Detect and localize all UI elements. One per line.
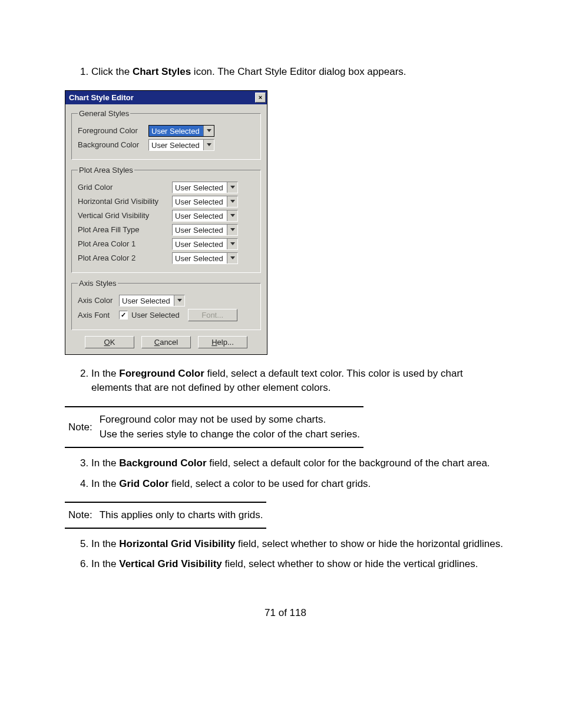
dialog-title: Chart Style Editor bbox=[69, 93, 134, 102]
note-line-2: Use the series style to change the color… bbox=[100, 427, 360, 442]
text: K bbox=[110, 338, 115, 347]
bold-text: Foreground Color bbox=[119, 368, 204, 379]
dialog-button-row: OK Cancel Help... bbox=[71, 336, 261, 348]
bold-text: Chart Styles bbox=[133, 66, 191, 77]
note-label: Note: bbox=[65, 407, 96, 447]
chevron-down-icon[interactable] bbox=[203, 126, 214, 136]
step-6: In the Vertical Grid Visibility field, s… bbox=[91, 557, 506, 572]
step-2: In the Foreground Color field, select a … bbox=[91, 367, 506, 396]
axis-color-label: Axis Color bbox=[78, 296, 119, 305]
chevron-down-icon[interactable] bbox=[203, 140, 214, 150]
plot-area-color-2-label: Plot Area Color 2 bbox=[78, 253, 172, 262]
close-icon[interactable]: × bbox=[255, 93, 266, 103]
horizontal-grid-visibility-combo[interactable]: User Selected bbox=[172, 196, 238, 207]
chevron-down-icon[interactable] bbox=[227, 225, 237, 235]
note-text: This applies only to charts with grids. bbox=[96, 502, 267, 528]
axis-styles-group: Axis Styles Axis Color User Selected Axi… bbox=[71, 279, 261, 330]
text: In the bbox=[91, 538, 119, 549]
combo-value: User Selected bbox=[149, 126, 203, 136]
chevron-down-icon[interactable] bbox=[227, 239, 237, 249]
combo-value: User Selected bbox=[173, 182, 227, 193]
foreground-color-label: Foreground Color bbox=[78, 126, 148, 135]
vertical-grid-visibility-label: Vertical Grid Visibility bbox=[78, 211, 172, 220]
font-button[interactable]: Font... bbox=[188, 309, 237, 321]
triangle-icon bbox=[230, 214, 235, 217]
triangle-icon bbox=[230, 186, 235, 189]
bold-text: Background Color bbox=[119, 457, 206, 469]
horizontal-grid-visibility-label: Horizontal Grid Visibility bbox=[78, 197, 172, 206]
combo-value: User Selected bbox=[173, 239, 227, 249]
text: Click the bbox=[91, 66, 133, 77]
chevron-down-icon[interactable] bbox=[227, 196, 237, 207]
vertical-grid-visibility-combo[interactable]: User Selected bbox=[172, 210, 238, 222]
text: In the bbox=[91, 478, 119, 489]
mnemonic: O bbox=[104, 338, 110, 347]
background-color-combo[interactable]: User Selected bbox=[148, 139, 214, 151]
dialog-titlebar: Chart Style Editor × bbox=[65, 91, 267, 104]
chevron-down-icon[interactable] bbox=[227, 182, 237, 193]
text: field, select whether to show or hide th… bbox=[222, 558, 478, 569]
axis-font-check-text: User Selected bbox=[131, 311, 180, 319]
plot-area-color-1-combo[interactable]: User Selected bbox=[172, 238, 238, 250]
cancel-button[interactable]: Cancel bbox=[141, 336, 191, 348]
ok-button[interactable]: OK bbox=[85, 336, 134, 348]
text: In the bbox=[91, 368, 119, 379]
plot-area-color-2-combo[interactable]: User Selected bbox=[172, 252, 238, 264]
step-4: In the Grid Color field, select a color … bbox=[91, 477, 506, 492]
foreground-color-combo[interactable]: User Selected bbox=[148, 125, 214, 137]
combo-value: User Selected bbox=[173, 225, 227, 235]
text: In the bbox=[91, 558, 119, 569]
help-button[interactable]: Help... bbox=[198, 336, 247, 348]
note-box-2: Note: This applies only to charts with g… bbox=[65, 502, 266, 529]
group-legend: Plot Area Styles bbox=[78, 166, 134, 174]
triangle-icon bbox=[230, 200, 235, 203]
combo-value: User Selected bbox=[173, 196, 227, 207]
text: field, select whether to show or hide th… bbox=[235, 538, 503, 549]
general-styles-group: General Styles Foreground Color User Sel… bbox=[71, 109, 261, 160]
group-legend: Axis Styles bbox=[78, 279, 118, 288]
note-line-1: Foreground color may not be used by some… bbox=[100, 412, 360, 427]
group-legend: General Styles bbox=[78, 109, 130, 118]
triangle-icon bbox=[230, 256, 235, 259]
plot-area-styles-group: Plot Area Styles Grid Color User Selecte… bbox=[71, 166, 261, 273]
chevron-down-icon[interactable] bbox=[227, 253, 237, 263]
step-1: Click the Chart Styles icon. The Chart S… bbox=[91, 65, 506, 80]
text: ancel bbox=[160, 338, 178, 347]
grid-color-label: Grid Color bbox=[78, 183, 172, 192]
note-box-1: Note: Foreground color may not be used b… bbox=[65, 406, 363, 448]
plot-area-color-1-label: Plot Area Color 1 bbox=[78, 239, 172, 248]
note-label: Note: bbox=[65, 502, 96, 528]
text: In the bbox=[91, 457, 119, 469]
plot-area-fill-type-combo[interactable]: User Selected bbox=[172, 224, 238, 236]
triangle-icon bbox=[230, 228, 235, 231]
combo-value: User Selected bbox=[120, 295, 174, 306]
text: icon. The Chart Style Editor dialog box … bbox=[191, 66, 406, 77]
bold-text: Horizontal Grid Visibility bbox=[119, 538, 235, 549]
text: field, select a color to be used for cha… bbox=[168, 478, 371, 489]
text: elp... bbox=[217, 338, 234, 347]
mnemonic: H bbox=[211, 338, 217, 347]
bold-text: Grid Color bbox=[119, 478, 168, 489]
page-number: 71 of 118 bbox=[65, 607, 506, 619]
chevron-down-icon[interactable] bbox=[227, 210, 237, 221]
axis-font-checkbox[interactable]: ✓ bbox=[119, 311, 128, 319]
grid-color-combo[interactable]: User Selected bbox=[172, 182, 238, 193]
step-3: In the Background Color field, select a … bbox=[91, 456, 506, 471]
triangle-icon bbox=[207, 143, 211, 146]
axis-font-label: Axis Font bbox=[78, 311, 119, 319]
triangle-icon bbox=[177, 299, 182, 302]
mnemonic: C bbox=[154, 338, 160, 347]
background-color-label: Background Color bbox=[78, 140, 148, 149]
plot-area-fill-type-label: Plot Area Fill Type bbox=[78, 225, 172, 234]
triangle-icon bbox=[207, 129, 211, 132]
text: field, select a default color for the ba… bbox=[207, 457, 490, 469]
triangle-icon bbox=[230, 242, 235, 245]
step-5: In the Horizontal Grid Visibility field,… bbox=[91, 537, 506, 552]
combo-value: User Selected bbox=[149, 140, 203, 150]
combo-value: User Selected bbox=[173, 210, 227, 221]
combo-value: User Selected bbox=[173, 253, 227, 263]
axis-color-combo[interactable]: User Selected bbox=[119, 295, 185, 307]
chart-style-editor-dialog: Chart Style Editor × General Styles Fore… bbox=[65, 90, 267, 355]
bold-text: Vertical Grid Visibility bbox=[119, 558, 222, 569]
chevron-down-icon[interactable] bbox=[174, 295, 184, 306]
